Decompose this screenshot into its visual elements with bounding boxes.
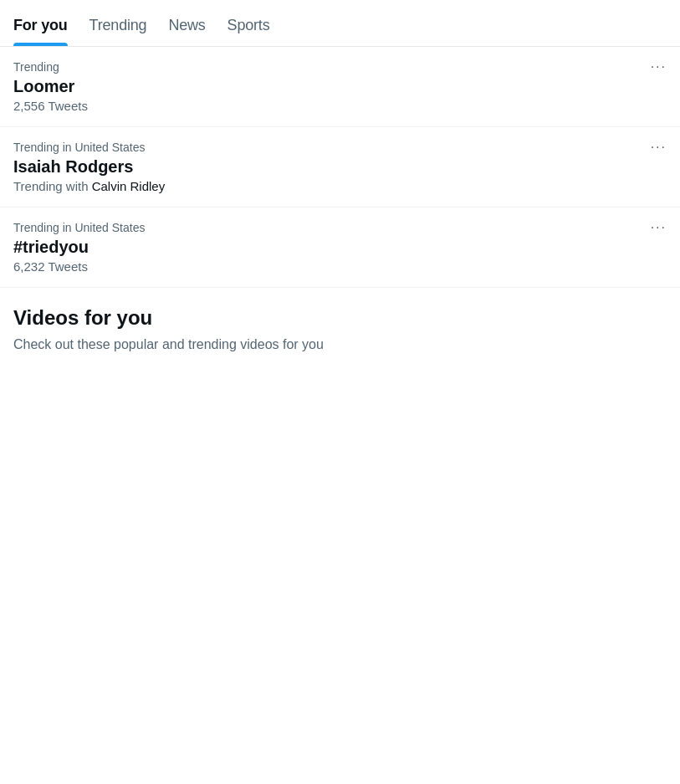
tab-sports[interactable]: Sports	[222, 0, 287, 46]
videos-section: Videos for you Check out these popular a…	[0, 288, 680, 368]
trending-category-2: Trending in United States	[13, 141, 667, 154]
trending-meta-2: Trending with Calvin Ridley	[13, 179, 667, 193]
trending-item-isaiah[interactable]: Trending in United States Isaiah Rodgers…	[0, 127, 680, 208]
more-dots-icon: ···	[651, 60, 667, 74]
content-area: Trending Loomer 2,556 Tweets ··· Trendin…	[0, 47, 680, 368]
trending-topic-2: Isaiah Rodgers	[13, 156, 667, 177]
trending-meta-1: 2,556 Tweets	[13, 99, 667, 113]
trending-category-3: Trending in United States	[13, 221, 667, 234]
trending-category-1: Trending	[13, 60, 667, 74]
more-dots-icon-3: ···	[651, 221, 667, 234]
more-dots-icon-2: ···	[651, 141, 667, 154]
trending-meta-prefix: Trending with	[13, 179, 92, 193]
more-options-button-1[interactable]: ···	[651, 60, 667, 74]
tab-news[interactable]: News	[163, 0, 222, 46]
trending-item-triedyou[interactable]: Trending in United States #triedyou 6,23…	[0, 208, 680, 288]
videos-title: Videos for you	[13, 305, 667, 331]
trending-meta-3: 6,232 Tweets	[13, 259, 667, 274]
videos-subtitle: Check out these popular and trending vid…	[13, 336, 667, 354]
trending-meta-highlight: Calvin Ridley	[92, 179, 166, 193]
more-options-button-3[interactable]: ···	[651, 221, 667, 234]
trending-item-loomer[interactable]: Trending Loomer 2,556 Tweets ···	[0, 47, 680, 127]
trending-topic-1: Loomer	[13, 75, 667, 97]
tab-for-you[interactable]: For you	[13, 0, 84, 46]
tab-trending[interactable]: Trending	[84, 0, 164, 46]
trending-topic-3: #triedyou	[13, 236, 667, 258]
more-options-button-2[interactable]: ···	[651, 141, 667, 154]
tabs-bar: For you Trending News Sports	[0, 0, 680, 47]
